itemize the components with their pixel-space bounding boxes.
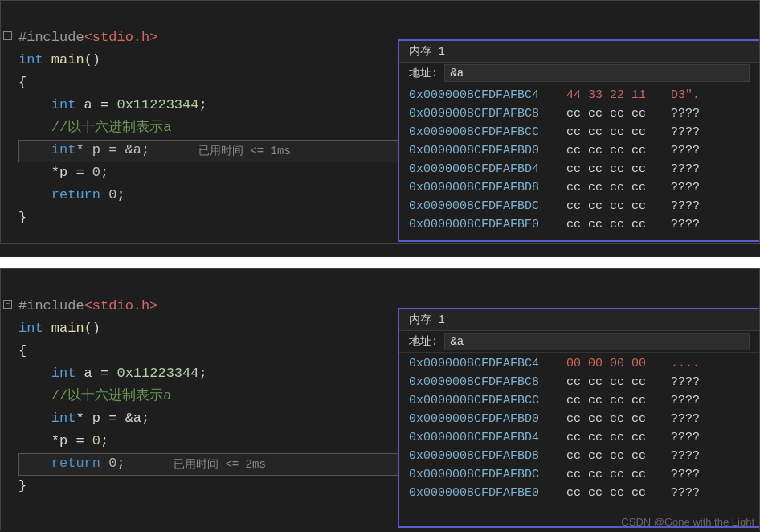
memory-row: 0x0000008CFDFAFBCCcc cc cc cc???? [409, 391, 750, 410]
code-token: 0x11223344 [116, 366, 198, 381]
code-token: { [18, 343, 27, 358]
memory-address: 0x0000008CFDFAFBCC [409, 123, 566, 141]
memory-ascii: ???? [671, 104, 700, 123]
memory-address: 0x0000008CFDFAFBE0 [409, 215, 566, 234]
code-token: ; [100, 433, 108, 448]
memory-address-input[interactable] [444, 64, 750, 82]
memory-address: 0x0000008CFDFAFBDC [409, 197, 566, 215]
memory-address: 0x0000008CFDFAFBD0 [409, 410, 566, 428]
code-token: 0 [100, 187, 116, 203]
memory-address: 0x0000008CFDFAFBD4 [409, 160, 566, 178]
memory-address-input[interactable] [444, 333, 750, 350]
memory-ascii: ???? [671, 428, 700, 447]
memory-address: 0x0000008CFDFAFBDC [409, 465, 566, 484]
memory-row: 0x0000008CFDFAFBE0cc cc cc cc???? [409, 215, 750, 234]
memory-address: 0x0000008CFDFAFBD8 [409, 178, 566, 197]
code-token: () [84, 321, 100, 336]
code-token: () [84, 52, 100, 68]
gutter: − [1, 1, 15, 243]
code-token: p [84, 411, 109, 426]
memory-ascii: D3". [671, 86, 700, 104]
fold-icon[interactable]: − [3, 31, 12, 40]
code-token: ; [116, 187, 125, 203]
memory-address: 0x0000008CFDFAFBD8 [409, 447, 566, 465]
memory-bytes: cc cc cc cc [566, 373, 671, 391]
code-token: ; [198, 366, 206, 381]
memory-bytes: cc cc cc cc [566, 160, 671, 178]
memory-address: 0x0000008CFDFAFBC4 [409, 86, 566, 104]
memory-row: 0x0000008CFDFAFBCCcc cc cc cc???? [409, 123, 750, 141]
debug-panel-before: − #include<stdio.h> int main() { int a =… [0, 0, 760, 244]
memory-row: 0x0000008CFDFAFBD4cc cc cc cc???? [409, 428, 750, 447]
memory-rows[interactable]: 0x0000008CFDFAFBC444 33 22 11D3".0x00000… [399, 84, 759, 239]
code-token: main [51, 321, 84, 336]
code-token: 0 [92, 433, 100, 448]
memory-ascii: ???? [671, 447, 700, 465]
code-token: } [18, 478, 27, 493]
code-token: = [76, 165, 92, 180]
code-token: 0x11223344 [116, 97, 198, 113]
code-token: p [59, 433, 76, 448]
memory-address: 0x0000008CFDFAFBCC [409, 391, 566, 410]
fold-icon[interactable]: − [3, 300, 12, 309]
memory-ascii: ???? [671, 123, 700, 141]
memory-ascii: ???? [671, 391, 700, 410]
memory-address: 0x0000008CFDFAFBC8 [409, 373, 566, 391]
memory-ascii: ???? [671, 197, 700, 215]
code-token: 0 [100, 456, 116, 471]
code-token: = [108, 142, 125, 158]
memory-row: 0x0000008CFDFAFBE0cc cc cc cc???? [409, 484, 750, 502]
code-comment: //以十六进制表示a [51, 120, 172, 135]
code-token: { [18, 75, 27, 90]
code-token: main [51, 52, 84, 68]
memory-row: 0x0000008CFDFAFBDCcc cc cc cc???? [409, 197, 750, 215]
memory-row: 0x0000008CFDFAFBD0cc cc cc cc???? [409, 410, 750, 428]
memory-bytes: cc cc cc cc [566, 123, 671, 141]
memory-address: 0x0000008CFDFAFBD4 [409, 428, 566, 447]
code-token: <stdio.h> [84, 298, 158, 313]
code-token: 0 [92, 165, 100, 180]
memory-ascii: .... [671, 354, 700, 373]
code-token: ; [141, 142, 149, 158]
gutter: − [1, 269, 15, 530]
memory-row: 0x0000008CFDFAFBC444 33 22 11D3". [409, 86, 750, 104]
memory-rows[interactable]: 0x0000008CFDFAFBC400 00 00 00....0x00000… [399, 353, 759, 507]
code-comment: //以十六进制表示a [51, 388, 172, 403]
memory-address: 0x0000008CFDFAFBC4 [409, 354, 566, 373]
memory-bytes: 00 00 00 00 [566, 354, 671, 373]
code-token: = [76, 433, 92, 448]
memory-row: 0x0000008CFDFAFBD4cc cc cc cc???? [409, 160, 750, 178]
memory-bytes: cc cc cc cc [566, 215, 671, 234]
memory-address: 0x0000008CFDFAFBD0 [409, 141, 566, 160]
code-token: p [84, 142, 109, 158]
code-token: #include [18, 30, 84, 45]
memory-ascii: ???? [671, 373, 700, 391]
code-token: int [18, 321, 43, 336]
code-token: a [76, 97, 100, 113]
memory-address-row: 地址: [399, 331, 759, 353]
memory-ascii: ???? [671, 410, 700, 428]
code-token: return [51, 456, 100, 471]
code-token: = [100, 366, 116, 381]
code-token: ; [100, 165, 108, 180]
memory-row: 0x0000008CFDFAFBD8cc cc cc cc???? [409, 447, 750, 465]
memory-title: 内存 1 [399, 41, 759, 63]
code-token: <stdio.h> [84, 30, 158, 45]
code-token: int [51, 97, 76, 113]
code-token: a [76, 366, 100, 381]
memory-address-row: 地址: [399, 63, 759, 84]
code-token: * [76, 411, 84, 426]
memory-bytes: cc cc cc cc [566, 428, 671, 447]
memory-ascii: ???? [671, 160, 700, 178]
code-token: int [51, 142, 76, 158]
code-token: int [18, 52, 43, 68]
code-token: * [51, 433, 59, 448]
code-token: } [18, 210, 27, 225]
watermark: CSDN @Gone with the Light [621, 516, 754, 528]
code-token: ; [198, 97, 206, 113]
code-token: #include [18, 298, 84, 313]
memory-panel: 内存 1 地址: 0x0000008CFDFAFBC400 00 00 00..… [398, 308, 759, 528]
code-token: &a [125, 142, 141, 158]
memory-ascii: ???? [671, 465, 700, 484]
code-token: ; [141, 411, 149, 426]
